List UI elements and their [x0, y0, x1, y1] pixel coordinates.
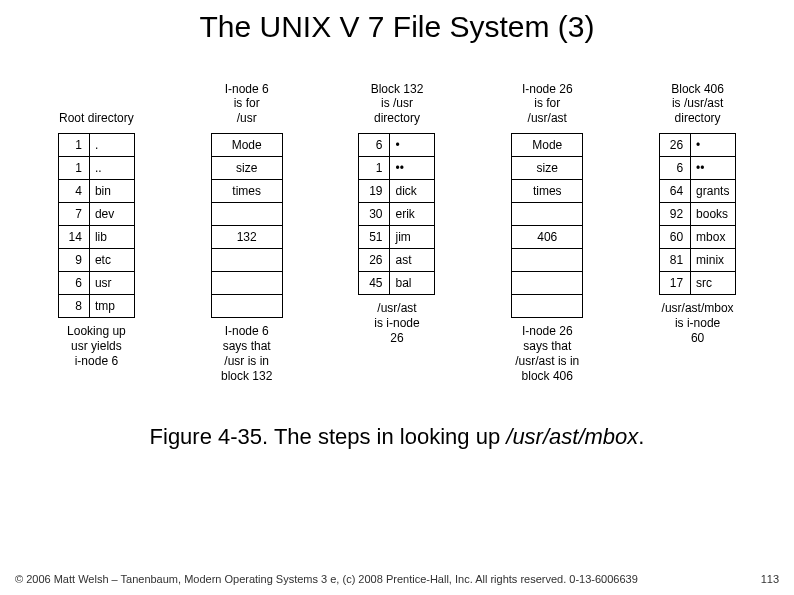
column-3: I-node 26is for/usr/astModesizetimes 406…: [511, 69, 583, 384]
table-row: size: [211, 157, 282, 180]
table-row: [512, 295, 583, 318]
inode-num: 1: [58, 157, 89, 180]
inode-num: 8: [58, 295, 89, 318]
empty-cell: [211, 203, 282, 226]
table-row: times: [211, 180, 282, 203]
page-number: 113: [761, 573, 779, 585]
entry-name: bal: [390, 272, 435, 295]
inode-num: 6: [359, 134, 390, 157]
table-row: Mode: [211, 134, 282, 157]
figure-caption: Figure 4-35. The steps in looking up /us…: [0, 424, 794, 450]
empty-cell: [512, 249, 583, 272]
caption-suffix: .: [638, 424, 644, 449]
table-row: 64grants: [660, 180, 736, 203]
entry-name: grants: [691, 180, 736, 203]
table-row: 1••: [359, 157, 435, 180]
inode-num: 45: [359, 272, 390, 295]
entry-name: dev: [89, 203, 134, 226]
table-row: [211, 295, 282, 318]
entry-name: minix: [691, 249, 736, 272]
block-ptr: 132: [211, 226, 282, 249]
table-row: [211, 272, 282, 295]
entry-name: books: [691, 203, 736, 226]
col-header: I-node 6is for/usr: [211, 69, 283, 125]
caption-prefix: Figure 4-35. The steps in looking up: [150, 424, 507, 449]
table-row: 81minix: [660, 249, 736, 272]
table-row: [512, 203, 583, 226]
inode-attr: size: [211, 157, 282, 180]
inode-num: 26: [359, 249, 390, 272]
entry-name: •: [390, 134, 435, 157]
inode-table: Modesizetimes 132: [211, 133, 283, 318]
table-row: 19dick: [359, 180, 435, 203]
column-4: Block 406is /usr/astdirectory26•6••64gra…: [659, 69, 736, 346]
caption-path: /usr/ast/mbox: [506, 424, 638, 449]
entry-name: tmp: [89, 295, 134, 318]
col-footer: I-node 6says that/usr is inblock 132: [211, 324, 283, 384]
entry-name: mbox: [691, 226, 736, 249]
table-row: [512, 249, 583, 272]
entry-name: dick: [390, 180, 435, 203]
table-row: size: [512, 157, 583, 180]
diagram: Root directory1.1..4bin7dev14lib9etc6usr…: [0, 69, 794, 384]
col-header: Block 132is /usrdirectory: [358, 69, 435, 125]
page-title: The UNIX V 7 File System (3): [0, 10, 794, 44]
empty-cell: [211, 249, 282, 272]
table-row: 8tmp: [58, 295, 134, 318]
table-row: Mode: [512, 134, 583, 157]
inode-num: 64: [660, 180, 691, 203]
col-footer: I-node 26says that/usr/ast is inblock 40…: [511, 324, 583, 384]
empty-cell: [512, 295, 583, 318]
column-1: I-node 6is for/usrModesizetimes 132 I-no…: [211, 69, 283, 384]
inode-num: 60: [660, 226, 691, 249]
table-row: 6••: [660, 157, 736, 180]
table-row: 4bin: [58, 180, 134, 203]
inode-num: 19: [359, 180, 390, 203]
table-row: 14lib: [58, 226, 134, 249]
inode-num: 7: [58, 203, 89, 226]
entry-name: ••: [691, 157, 736, 180]
inode-num: 30: [359, 203, 390, 226]
entry-name: usr: [89, 272, 134, 295]
block-ptr: 406: [512, 226, 583, 249]
empty-cell: [211, 272, 282, 295]
table-row: [512, 272, 583, 295]
entry-name: etc: [89, 249, 134, 272]
column-0: Root directory1.1..4bin7dev14lib9etc6usr…: [58, 69, 135, 369]
table-row: 7dev: [58, 203, 134, 226]
entry-name: src: [691, 272, 736, 295]
dir-table: 26•6••64grants92books60mbox81minix17src: [659, 133, 736, 295]
table-row: times: [512, 180, 583, 203]
entry-name: erik: [390, 203, 435, 226]
table-row: 132: [211, 226, 282, 249]
inode-num: 1: [58, 134, 89, 157]
table-row: 17src: [660, 272, 736, 295]
inode-num: 6: [58, 272, 89, 295]
col-footer: /usr/ast/mboxis i-node60: [659, 301, 736, 346]
table-row: 6•: [359, 134, 435, 157]
inode-num: 1: [359, 157, 390, 180]
table-row: 51jim: [359, 226, 435, 249]
table-row: 26ast: [359, 249, 435, 272]
entry-name: •: [691, 134, 736, 157]
table-row: [211, 249, 282, 272]
empty-cell: [512, 203, 583, 226]
entry-name: lib: [89, 226, 134, 249]
copyright: © 2006 Matt Welsh – Tanenbaum, Modern Op…: [15, 573, 638, 585]
dir-table: 1.1..4bin7dev14lib9etc6usr8tmp: [58, 133, 135, 318]
entry-name: ast: [390, 249, 435, 272]
col-header: Block 406is /usr/astdirectory: [659, 69, 736, 125]
footer-bar: © 2006 Matt Welsh – Tanenbaum, Modern Op…: [15, 573, 779, 585]
empty-cell: [211, 295, 282, 318]
table-row: 26•: [660, 134, 736, 157]
entry-name: ..: [89, 157, 134, 180]
entry-name: ••: [390, 157, 435, 180]
col-header: I-node 26is for/usr/ast: [511, 69, 583, 125]
table-row: 92books: [660, 203, 736, 226]
table-row: 30erik: [359, 203, 435, 226]
table-row: 406: [512, 226, 583, 249]
inode-attr: Mode: [512, 134, 583, 157]
inode-table: Modesizetimes 406: [511, 133, 583, 318]
entry-name: .: [89, 134, 134, 157]
inode-num: 26: [660, 134, 691, 157]
